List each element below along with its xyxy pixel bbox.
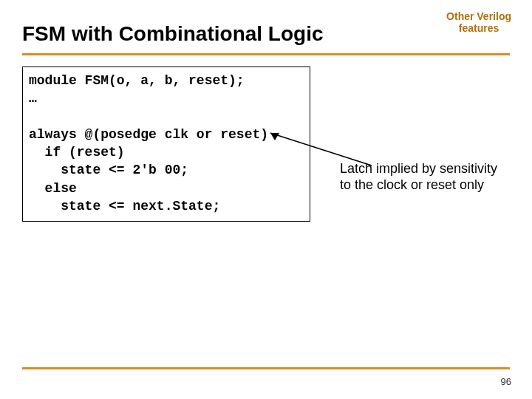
page-number: 96 <box>501 376 511 387</box>
code-block: module FSM(o, a, b, reset); … always @(p… <box>22 66 310 222</box>
code-line: state <= 2'b 00; <box>29 163 188 177</box>
code-line: module FSM(o, a, b, reset); <box>29 73 245 88</box>
footer-divider <box>22 367 510 369</box>
section-label-line2: features <box>446 22 511 34</box>
annotation-text: Latch implied by sensitivity to the cloc… <box>340 161 510 193</box>
code-line: always @(posedge clk or reset) <box>29 127 268 142</box>
header-divider <box>22 53 510 55</box>
section-label-line1: Other Verilog <box>446 10 511 22</box>
code-line: state <= next.State; <box>29 199 220 214</box>
code-line: … <box>29 91 37 106</box>
section-label: Other Verilog features <box>446 10 511 34</box>
page-title: FSM with Combinational Logic <box>22 22 324 46</box>
code-line: if (reset) <box>29 145 125 160</box>
code-line: else <box>29 181 77 196</box>
